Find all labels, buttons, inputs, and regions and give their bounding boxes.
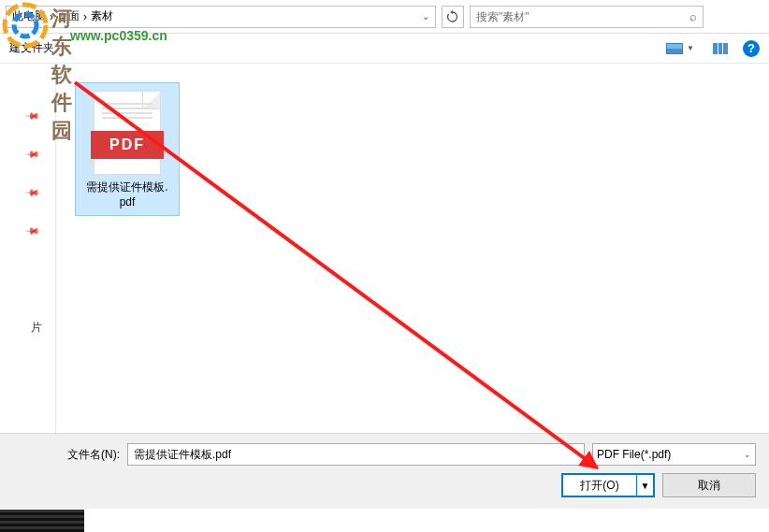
top-toolbar: 此电脑 › 桌面 › 素材 ⌄ ⌕: [0, 0, 769, 34]
column-icon: [713, 43, 728, 54]
breadcrumb-seg-0[interactable]: 此电脑: [12, 8, 46, 24]
dropdown-caret-icon: ▼: [687, 44, 694, 52]
column-view-button[interactable]: [709, 41, 732, 56]
main-area: 📌 📌 📌 📌 片 PDF 需提供证件模板. pdf: [0, 64, 769, 433]
refresh-button[interactable]: [442, 6, 464, 28]
file-thumbnail: PDF: [94, 91, 161, 175]
search-input[interactable]: [476, 10, 689, 23]
file-name: 需提供证件模板. pdf: [80, 180, 175, 209]
filetype-select[interactable]: PDF File(*.pdf) ⌄: [592, 443, 756, 466]
filename-input[interactable]: [127, 443, 585, 466]
open-button-dropdown[interactable]: ▼: [636, 475, 653, 496]
filetype-value: PDF File(*.pdf): [597, 448, 671, 461]
action-bar: 建文件夹 ▼ ?: [0, 34, 769, 64]
breadcrumb-seg-1[interactable]: 桌面: [57, 8, 80, 24]
thumbnail-view-icon: [666, 43, 683, 54]
footer-shade: [0, 510, 84, 532]
open-button[interactable]: 打开(O): [563, 475, 636, 496]
file-item-selected[interactable]: PDF 需提供证件模板. pdf: [75, 82, 180, 216]
pdf-badge: PDF: [91, 131, 164, 159]
chevron-right-icon: ›: [50, 10, 53, 23]
pin-icon[interactable]: 📌: [25, 223, 40, 237]
refresh-icon: [446, 10, 459, 23]
chevron-right-icon: ›: [83, 10, 87, 23]
chevron-down-icon[interactable]: ⌄: [422, 11, 429, 22]
new-folder-button[interactable]: 建文件夹: [9, 41, 54, 54]
filename-label: 文件名(N):: [67, 447, 120, 463]
bottom-panel: 文件名(N): PDF File(*.pdf) ⌄ 打开(O) ▼ 取消: [0, 433, 769, 509]
pin-icon[interactable]: 📌: [25, 108, 40, 122]
open-button-group: 打开(O) ▼: [561, 473, 655, 497]
chevron-down-icon: ⌄: [744, 450, 751, 459]
breadcrumb-path[interactable]: 此电脑 › 桌面 › 素材 ⌄: [6, 6, 436, 28]
pin-icon[interactable]: 📌: [25, 146, 40, 161]
breadcrumb-seg-2[interactable]: 素材: [91, 8, 113, 24]
help-button[interactable]: ?: [743, 40, 760, 57]
search-box[interactable]: ⌕: [470, 6, 704, 28]
question-icon: ?: [747, 41, 755, 55]
cancel-button[interactable]: 取消: [662, 473, 756, 497]
search-icon[interactable]: ⌕: [689, 9, 697, 23]
pin-icon[interactable]: 📌: [25, 184, 40, 199]
file-area[interactable]: PDF 需提供证件模板. pdf: [56, 64, 769, 433]
sidebar: 📌 📌 📌 📌 片: [0, 64, 56, 433]
sidebar-item-photos[interactable]: 片: [31, 320, 42, 336]
view-mode-button[interactable]: ▼: [662, 41, 698, 56]
